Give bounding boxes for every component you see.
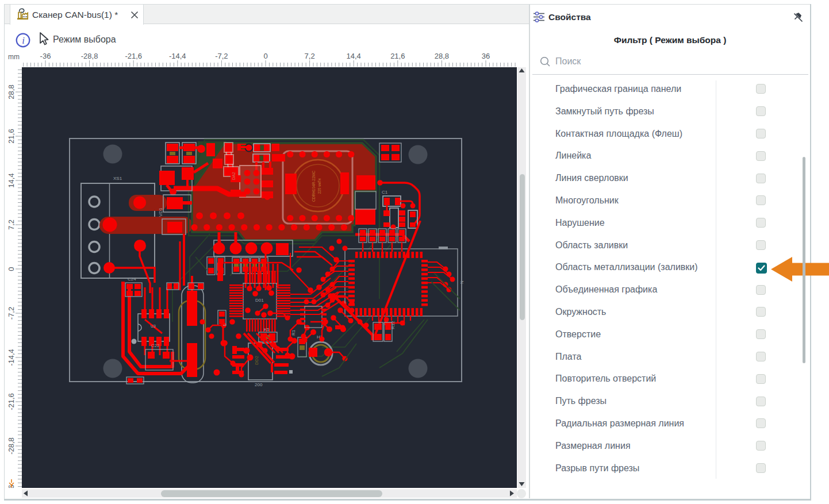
svg-text:-7,2: -7,2 xyxy=(215,52,228,60)
svg-text:-7,2: -7,2 xyxy=(7,307,16,320)
svg-text:-36: -36 xyxy=(40,52,51,60)
svg-text:D01: D01 xyxy=(255,298,264,303)
svg-text:21,6: 21,6 xyxy=(7,129,16,143)
svg-text:C24: C24 xyxy=(128,276,136,282)
svg-text:-21,6: -21,6 xyxy=(125,52,142,60)
svg-text:220 мкГн: 220 мкГн xyxy=(317,178,321,194)
svg-text:28,8: 28,8 xyxy=(7,84,16,99)
svg-text:14,4: 14,4 xyxy=(347,52,361,60)
svg-text:VD1: VD1 xyxy=(158,207,163,217)
svg-text:C22: C22 xyxy=(151,343,160,348)
svg-text:7,2: 7,2 xyxy=(7,220,16,230)
svg-text:-21,6: -21,6 xyxy=(7,393,16,410)
svg-text:7,2: 7,2 xyxy=(305,52,315,60)
svg-text:21,6: 21,6 xyxy=(390,52,405,60)
svg-text:DD2: DD2 xyxy=(254,355,259,365)
svg-text:0: 0 xyxy=(263,52,267,60)
svg-text:200: 200 xyxy=(255,382,263,387)
svg-text:DA2: DA2 xyxy=(232,172,236,180)
svg-text:XS1: XS1 xyxy=(113,176,122,181)
svg-text:CDRH104R-22MC: CDRH104R-22MC xyxy=(312,171,316,202)
svg-text:14,4: 14,4 xyxy=(7,173,16,187)
svg-text:-14,4: -14,4 xyxy=(7,349,16,366)
svg-text:-28,8: -28,8 xyxy=(81,52,98,60)
svg-text:28,8: 28,8 xyxy=(435,52,449,60)
svg-text:U3: U3 xyxy=(151,324,156,328)
svg-text:R12: R12 xyxy=(390,321,396,329)
svg-text:K5: K5 xyxy=(264,327,270,332)
svg-text:N: N xyxy=(459,280,465,284)
svg-text:C1: C1 xyxy=(382,190,388,195)
svg-text:-28,8: -28,8 xyxy=(7,437,16,455)
svg-text:36: 36 xyxy=(482,52,490,60)
svg-text:0: 0 xyxy=(7,267,16,271)
svg-text:i: i xyxy=(22,35,25,46)
svg-text:-14,4: -14,4 xyxy=(169,52,186,60)
svg-text:R1: R1 xyxy=(291,329,296,336)
